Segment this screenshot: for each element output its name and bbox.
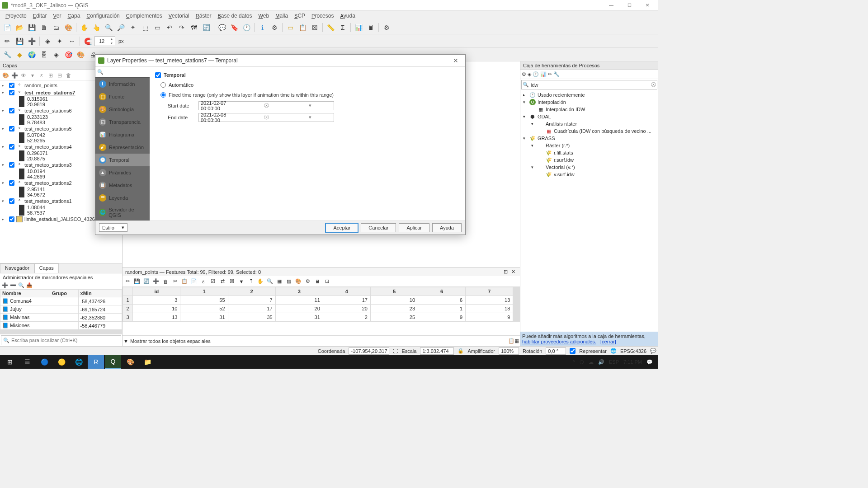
- save-edits-icon[interactable]: 💾: [14, 36, 25, 47]
- temporal-icon[interactable]: 🕐: [241, 22, 252, 33]
- import-bookmark-icon[interactable]: 📥: [26, 282, 33, 288]
- tip-close[interactable]: [cerrar]: [600, 339, 616, 344]
- filter-icon[interactable]: ▼: [237, 277, 245, 286]
- help-button[interactable]: Ayuda: [432, 223, 462, 232]
- menu-capa[interactable]: Capa: [65, 12, 83, 20]
- bookmark-row[interactable]: 📘 Malvinas-62,352880: [0, 314, 122, 322]
- sidebar-item-transparencia[interactable]: ◱Transparencia: [95, 116, 150, 128]
- style-icon[interactable]: 🎨: [75, 49, 86, 60]
- measure-icon[interactable]: 📏: [325, 22, 336, 33]
- move-tool-icon[interactable]: ↔: [66, 36, 77, 47]
- menu-malla[interactable]: Malla: [273, 12, 291, 20]
- history-icon[interactable]: 🕐: [533, 71, 539, 77]
- rot-value[interactable]: 0,0 °: [546, 347, 566, 355]
- processing-search-input[interactable]: [531, 82, 651, 88]
- mag-value[interactable]: 100%: [499, 347, 519, 355]
- new-field-icon[interactable]: ▦: [275, 277, 283, 286]
- radio-fixed[interactable]: [160, 92, 166, 98]
- invert-sel-icon[interactable]: ⇄: [218, 277, 226, 286]
- sidebar-item-servidor-de-qgis[interactable]: 🌐Servidor de QGIS: [95, 204, 150, 221]
- zoom-full-icon[interactable]: ⌖: [127, 22, 138, 33]
- proc-tree-item[interactable]: ▦Cuadrícula (IDW con búsqueda de vecino …: [521, 127, 657, 135]
- select-all-icon[interactable]: ☑: [209, 277, 217, 286]
- clear-icon[interactable]: ⓧ: [245, 114, 288, 121]
- add-feature-icon[interactable]: ➕: [152, 277, 160, 286]
- osm-icon[interactable]: 🌍: [26, 49, 37, 60]
- qgis-task-icon[interactable]: Q: [105, 355, 121, 369]
- select-icon[interactable]: ▭: [285, 22, 296, 33]
- attr-dock-icon[interactable]: ⊡: [502, 269, 509, 275]
- form-view-icon[interactable]: 📋: [508, 338, 514, 344]
- cut-icon[interactable]: ✂: [171, 277, 179, 286]
- bookmarks-table[interactable]: NombreGrupoxMin📘 Comuna4-58,437426📘 Juju…: [0, 289, 122, 330]
- menu-editar[interactable]: Editar: [30, 12, 50, 20]
- field-calc-icon[interactable]: 🖩: [365, 22, 376, 33]
- proc-tree-item[interactable]: 🌾r.surf.idw: [521, 156, 657, 164]
- sidebar-item-pirámides[interactable]: ▲Pirámides: [95, 166, 150, 179]
- proc-tree-item[interactable]: ▦Interpolación IDW: [521, 106, 657, 113]
- menu-scp[interactable]: SCP: [292, 12, 308, 20]
- layout-manager-icon[interactable]: 🗂: [51, 22, 61, 33]
- extent-icon[interactable]: ⛶: [393, 348, 398, 354]
- sidebar-item-histograma[interactable]: 📊Histograma: [95, 128, 150, 141]
- clear-search-icon[interactable]: ⓧ: [651, 81, 656, 88]
- bookmark-row[interactable]: 📘 Comuna4-58,437426: [0, 297, 122, 305]
- snap-value-input[interactable]: [95, 38, 108, 44]
- crs-value[interactable]: EPSG:4326: [620, 348, 646, 354]
- end-date-input[interactable]: 2021-02-08 00:00:00ⓧ▾: [198, 113, 334, 122]
- delete-icon[interactable]: 🗑: [161, 277, 170, 286]
- open-project-icon[interactable]: 📂: [14, 22, 25, 33]
- table-row[interactable]: 2105217202023118: [123, 305, 520, 313]
- edit-script-icon[interactable]: ✏: [548, 71, 552, 77]
- start-date-input[interactable]: 2021-02-07 00:00:00ⓧ▾: [198, 101, 334, 110]
- pan-icon[interactable]: ✋: [79, 22, 90, 33]
- menu-ráster[interactable]: Ráster: [193, 12, 214, 20]
- processing-tree[interactable]: ▸🕐Usado recientemente▾QInterpolación▦Int…: [520, 90, 658, 332]
- db-icon[interactable]: 🗄: [38, 49, 49, 60]
- menu-ayuda[interactable]: Ayuda: [337, 12, 358, 20]
- deselect-all-icon[interactable]: ☒: [228, 277, 236, 286]
- paint-icon[interactable]: 🎨: [122, 355, 138, 369]
- menu-configuración[interactable]: Configuración: [84, 12, 122, 20]
- dropbox-icon[interactable]: ⬡: [580, 359, 584, 365]
- proc-tree-item[interactable]: ▾🌾GRASS: [521, 135, 657, 142]
- refresh-icon[interactable]: 🔄: [201, 22, 212, 33]
- map-tips-icon[interactable]: 💬: [217, 22, 227, 33]
- node-tool-icon[interactable]: ✦: [54, 36, 65, 47]
- style-manager-icon[interactable]: 🎨: [63, 22, 74, 33]
- tray-up-icon[interactable]: ^: [573, 359, 575, 365]
- menu-web[interactable]: Web: [255, 12, 272, 20]
- delete-field-icon[interactable]: ▨: [285, 277, 293, 286]
- sidebar-item-representación[interactable]: 🖌Representación: [95, 141, 150, 154]
- new-project-icon[interactable]: 📄: [2, 22, 13, 33]
- options-icon[interactable]: 🔧: [553, 71, 560, 77]
- new-map-view-icon[interactable]: 🗺: [189, 22, 199, 33]
- sidebar-item-metadatos[interactable]: 📋Metadatos: [95, 179, 150, 192]
- results-icon[interactable]: 📊: [540, 71, 547, 77]
- ok-button[interactable]: Aceptar: [326, 223, 358, 232]
- zoom-selection-icon[interactable]: ⬚: [140, 22, 151, 33]
- cancel-button[interactable]: Cancelar: [361, 223, 396, 232]
- vertex-tool-icon[interactable]: ◈: [42, 36, 53, 47]
- add-feature-icon[interactable]: ➕: [26, 36, 37, 47]
- pan-selection-icon[interactable]: 👆: [91, 22, 102, 33]
- sidebar-item-leyenda[interactable]: ☰Leyenda: [95, 192, 150, 204]
- proc-tree-item[interactable]: ▾⬢GDAL: [521, 113, 657, 120]
- explorer-icon[interactable]: 📁: [139, 355, 156, 369]
- menu-complementos[interactable]: Complementos: [123, 12, 165, 20]
- bookmark-icon[interactable]: 🔖: [229, 22, 240, 33]
- zoom-sel-icon[interactable]: 🔍: [266, 277, 274, 286]
- filter-footer-icon[interactable]: ▼: [123, 338, 128, 344]
- proc-tree-item[interactable]: 🌾r.fill.stats: [521, 149, 657, 156]
- style-combo[interactable]: Estilo▾: [99, 223, 127, 232]
- menu-ver[interactable]: Ver: [50, 12, 64, 20]
- radio-auto[interactable]: [160, 82, 166, 88]
- bookmark-row[interactable]: 📘 Jujuy-69,165724: [0, 305, 122, 314]
- sidebar-item-información[interactable]: ℹInformación: [95, 78, 150, 90]
- remove-layer-icon[interactable]: 🗑: [65, 72, 72, 79]
- clock[interactable]: 7:11 PM: [623, 359, 642, 365]
- zoom-in-icon[interactable]: 🔍: [103, 22, 114, 33]
- locator-input[interactable]: [11, 338, 119, 343]
- proc-tree-item[interactable]: ▾QInterpolación: [521, 99, 657, 106]
- table-row[interactable]: 31331353122599: [123, 313, 520, 322]
